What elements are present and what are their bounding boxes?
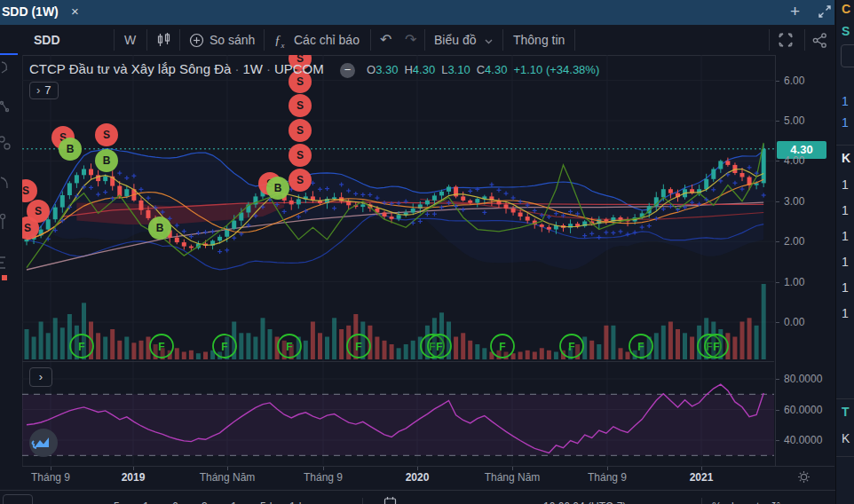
percent-scale-button[interactable]: %	[712, 491, 722, 504]
indicators-collapse-button[interactable]: ›7	[29, 82, 59, 99]
svg-text:S: S	[297, 124, 304, 137]
panel-text-fragment: 1	[842, 229, 849, 243]
svg-text:S: S	[35, 205, 42, 217]
time-tick	[133, 467, 134, 470]
svg-text:S: S	[24, 222, 31, 234]
share-icon[interactable]	[812, 33, 827, 51]
toolbar-separator	[370, 29, 371, 51]
toolbar-separator	[574, 29, 575, 51]
svg-text:F: F	[568, 341, 574, 353]
price-chart[interactable]: FFFFFFFFFFFFSSSSBSBBSBSSSSSS	[22, 55, 774, 466]
auto-scale-button[interactable]: tự động	[756, 491, 793, 504]
svg-text:F: F	[78, 341, 84, 353]
axis-tick	[776, 440, 779, 441]
drawing-tool-color-swatch[interactable]	[2, 275, 7, 280]
svg-text:S: S	[297, 149, 304, 161]
info-button[interactable]: Thông tin	[513, 25, 565, 55]
price-axis-label: 4.00	[784, 154, 804, 167]
time-axis-label: Tháng 9	[31, 471, 70, 484]
exchange-label: UPCOM	[274, 61, 324, 76]
bottom-left-button[interactable]	[3, 494, 33, 504]
svg-text:B: B	[274, 182, 282, 194]
time-tick	[227, 467, 228, 470]
undo-icon[interactable]: ↶	[380, 25, 391, 55]
time-tick	[701, 467, 702, 470]
ohlc-values: O3.30H4.30L3.10C4.30+1.10 (+34.38%)	[367, 63, 599, 76]
price-axis-label: 0.00	[784, 316, 804, 328]
toolbar-separator	[179, 29, 180, 51]
price-axis[interactable]: 4.30 6.005.004.003.002.001.000.0080.0000…	[775, 55, 835, 466]
range-button-5d[interactable]: 5d	[260, 491, 272, 504]
svg-text:B: B	[156, 222, 164, 234]
time-axis-label: Tháng 9	[588, 471, 627, 484]
svg-text:F: F	[499, 341, 505, 353]
toolbar-separator	[264, 29, 265, 51]
clock-display[interactable]: 10:06:04 (UTC-7)	[543, 491, 626, 504]
drawing-toolbar-clipped[interactable]	[0, 55, 23, 489]
range-button-1y[interactable]: 1y	[143, 491, 154, 504]
svg-text:S: S	[297, 75, 304, 88]
axis-tick	[776, 322, 779, 323]
chart-menu-button[interactable]: Biểu đồ	[434, 25, 493, 55]
symbol-button[interactable]: SDD	[34, 25, 60, 55]
panel-text-fragment: T	[842, 405, 850, 419]
fullscreen-icon[interactable]	[778, 32, 794, 51]
svg-text:S: S	[297, 174, 304, 186]
instrument-title: CTCP Đầu tư và Xây lắp Sông Đà	[29, 61, 231, 76]
svg-text:F: F	[158, 341, 164, 353]
fx-icon[interactable]: ƒx	[274, 25, 285, 55]
price-axis-label: 2.00	[784, 235, 804, 248]
svg-text:F: F	[221, 341, 227, 353]
panel-input-clipped[interactable]	[841, 44, 854, 67]
chart-toolbar: SDD W So sánh ƒx Các chỉ báo ↶ ↷ Biểu đồ…	[0, 25, 834, 56]
svg-text:F: F	[637, 341, 644, 353]
axis-tick	[776, 121, 779, 122]
indicator-axis-label: 40.0000	[784, 434, 822, 446]
close-tab-icon[interactable]: ×	[71, 4, 79, 19]
range-button-6m[interactable]: 6m	[172, 491, 187, 504]
axis-settings-gear-icon[interactable]	[796, 469, 811, 488]
panel-divider	[836, 456, 854, 457]
compare-icon[interactable]	[189, 33, 204, 51]
indicator-axis-label: 60.0000	[784, 404, 822, 416]
pane-collapse-button[interactable]: ›	[29, 367, 52, 387]
chart-tab[interactable]: SDD (1W)	[2, 4, 59, 19]
axis-tick	[776, 410, 779, 411]
calendar-icon[interactable]	[384, 496, 397, 504]
panel-text-fragment: 1	[842, 94, 849, 108]
toolbar-separator	[114, 29, 115, 51]
axis-tick	[776, 201, 779, 202]
toolbar-separator	[146, 29, 147, 51]
tradingview-logo[interactable]	[29, 429, 58, 457]
candlestick-style-icon[interactable]	[156, 32, 172, 51]
svg-text:F: F	[713, 341, 719, 353]
panel-text-fragment: 1	[842, 203, 849, 217]
time-axis[interactable]: Tháng 92019Tháng NămTháng 92020Tháng Năm…	[22, 466, 834, 491]
add-tab-icon[interactable]: +	[790, 2, 800, 21]
time-axis-label: Tháng Năm	[200, 471, 256, 484]
hide-series-icon[interactable]: −	[340, 63, 355, 78]
svg-text:S: S	[103, 129, 110, 141]
log-scale-button[interactable]: log	[731, 491, 746, 504]
tab-bar: SDD (1W) × +	[0, 0, 834, 25]
axis-tick	[776, 241, 779, 242]
redo-icon[interactable]: ↷	[405, 25, 416, 55]
time-axis-label: 2019	[122, 471, 146, 484]
range-button-3m[interactable]: 3m	[202, 491, 217, 504]
time-tick	[607, 467, 608, 470]
price-axis-label: 1.00	[784, 276, 804, 288]
drawing-tool-icon-fragments[interactable]	[0, 62, 10, 268]
interval-button[interactable]: W	[124, 25, 136, 55]
range-button-1m[interactable]: 1m	[231, 491, 246, 504]
expand-icon[interactable]	[818, 5, 831, 21]
compare-button[interactable]: So sánh	[210, 25, 255, 55]
indicators-button[interactable]: Các chỉ báo	[294, 25, 360, 55]
range-button-5y[interactable]: 5y	[114, 491, 125, 504]
toolbar-separator	[804, 29, 805, 51]
watchlist-panel-clipped[interactable]: CS11K111111TK	[835, 0, 854, 504]
axis-tick	[776, 81, 779, 82]
panel-text-fragment: S	[842, 24, 850, 38]
rsi-band-fill	[22, 394, 774, 455]
range-button-1d[interactable]: 1d	[289, 491, 301, 504]
chart-legend[interactable]: CTCP Đầu tư và Xây lắp Sông Đà·1W·UPCOM	[29, 61, 324, 76]
